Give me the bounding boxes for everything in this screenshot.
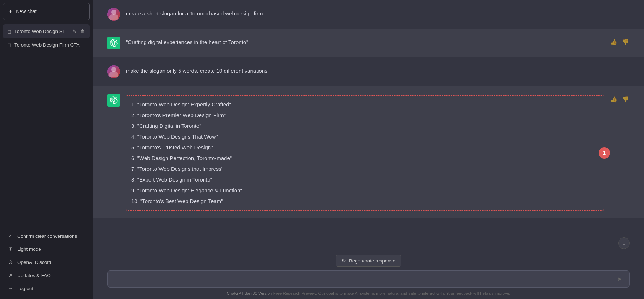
- regenerate-icon: ↻: [342, 258, 346, 264]
- send-icon: ➤: [617, 275, 622, 283]
- message-actions-2: 👍 👎: [610, 94, 630, 103]
- response-box: 1. "Toronto Web Design: Expertly Crafted…: [126, 95, 604, 211]
- slogan-list-item: 5. "Toronto's Trusted Web Design": [131, 142, 599, 153]
- discord-icon: ⊙: [7, 259, 14, 265]
- message-row-assistant-1: "Crafting digital experiences in the hea…: [93, 29, 644, 57]
- chat-bottom: ↻ Regenerate response ➤ ChatGPT Jan 30 V…: [93, 251, 644, 299]
- delete-conversation-button[interactable]: 🗑: [79, 28, 86, 35]
- log-out-label: Log out: [17, 286, 33, 291]
- conversation-item-toronto-web-si[interactable]: ◻ Toronto Web Design SI ✎ 🗑: [3, 24, 90, 38]
- message-actions-1: 👍 👎: [610, 37, 630, 46]
- annotation-badge-1: 1: [599, 147, 610, 159]
- gpt-avatar: [107, 37, 120, 49]
- slogan-list-item: 4. "Toronto Web Designs That Wow": [131, 131, 599, 142]
- slogan-list-item: 1. "Toronto Web Design: Expertly Crafted…: [131, 99, 599, 110]
- chat-icon: ◻: [7, 29, 11, 34]
- thumbs-up-button-2[interactable]: 👍: [610, 95, 618, 103]
- user-avatar-2: [107, 65, 120, 78]
- regenerate-label: Regenerate response: [349, 258, 395, 264]
- scroll-down-button[interactable]: ↓: [618, 237, 630, 249]
- gpt-logo-svg-2: [110, 96, 118, 104]
- input-row: ➤: [107, 270, 630, 288]
- conversation-item-toronto-web-firm-cta[interactable]: ◻ Toronto Web Design Firm CTA: [3, 38, 90, 51]
- slogan-list-item: 6. "Web Design Perfection, Toronto-made": [131, 153, 599, 164]
- footer-text: Free Research Preview. Our goal is to ma…: [273, 291, 511, 295]
- conversation-label: Toronto Web Design Firm CTA: [14, 42, 86, 48]
- slogan-list-item: 9. "Toronto Web Design: Elegance & Funct…: [131, 185, 599, 196]
- external-link-icon: ↗: [7, 273, 14, 278]
- edit-conversation-button[interactable]: ✎: [72, 28, 77, 35]
- gpt-logo-svg: [110, 39, 118, 47]
- gpt-avatar-2: [107, 94, 120, 107]
- conversation-label: Toronto Web Design SI: [14, 29, 69, 34]
- message-row-user-2: make the slogan only 5 words. create 10 …: [93, 57, 644, 86]
- message-text-3: make the slogan only 5 words. create 10 …: [126, 65, 630, 75]
- send-button[interactable]: ➤: [615, 274, 624, 284]
- openai-discord-item[interactable]: ⊙ OpenAI Discord: [3, 255, 90, 269]
- updates-faq-label: Updates & FAQ: [17, 273, 51, 278]
- sidebar-divider: [3, 226, 90, 226]
- conversation-list: ◻ Toronto Web Design SI ✎ 🗑 ◻ Toronto We…: [0, 23, 93, 223]
- plus-icon: +: [9, 8, 12, 15]
- sun-icon: ☀: [7, 246, 14, 252]
- slogan-list: 1. "Toronto Web Design: Expertly Crafted…: [131, 99, 599, 207]
- message-row-assistant-2: 1. "Toronto Web Design: Expertly Crafted…: [93, 86, 644, 218]
- new-chat-button[interactable]: + New chat: [3, 3, 90, 20]
- regenerate-row: ↻ Regenerate response: [107, 255, 630, 267]
- checkmark-icon: ✓: [7, 233, 14, 239]
- sidebar: + New chat ◻ Toronto Web Design SI ✎ 🗑 ◻…: [0, 0, 93, 299]
- chat-input[interactable]: [113, 276, 615, 282]
- slogan-list-item: 3. "Crafting Digital in Toronto": [131, 121, 599, 131]
- thumbs-down-button[interactable]: 👎: [621, 38, 630, 46]
- thumbs-up-button[interactable]: 👍: [610, 38, 618, 46]
- user-photo-2: [107, 65, 120, 78]
- slogan-list-item: 8. "Expert Web Design in Toronto": [131, 174, 599, 185]
- message-text-2: "Crafting digital experiences in the hea…: [126, 37, 604, 47]
- confirm-clear-conversations-item[interactable]: ✓ Confirm clear conversations: [3, 230, 90, 242]
- logout-icon: →: [7, 285, 14, 291]
- chevron-down-icon: ↓: [623, 240, 625, 246]
- updates-faq-item[interactable]: ↗ Updates & FAQ: [3, 269, 90, 282]
- openai-discord-label: OpenAI Discord: [17, 260, 51, 265]
- slogan-list-item: 7. "Toronto Web Designs that Impress": [131, 164, 599, 174]
- chat-icon: ◻: [7, 42, 11, 48]
- sidebar-footer: ✓ Confirm clear conversations ☀ Light mo…: [0, 228, 93, 299]
- chatgpt-version-link[interactable]: ChatGPT Jan 30 Version: [226, 291, 272, 295]
- main-content: create a short slogan for a Toronto base…: [93, 0, 644, 299]
- log-out-item[interactable]: → Log out: [3, 282, 90, 295]
- chat-messages: create a short slogan for a Toronto base…: [93, 0, 644, 251]
- message-row-user-1: create a short slogan for a Toronto base…: [93, 0, 644, 29]
- thumbs-down-button-2[interactable]: 👎: [621, 95, 630, 103]
- confirm-clear-label: Confirm clear conversations: [17, 233, 77, 239]
- message-content-4: 1. "Toronto Web Design: Expertly Crafted…: [126, 94, 604, 211]
- user-avatar: [107, 8, 120, 21]
- conversation-actions: ✎ 🗑: [72, 28, 86, 35]
- light-mode-item[interactable]: ☀ Light mode: [3, 242, 90, 255]
- new-chat-label: New chat: [16, 9, 36, 14]
- user-photo: [107, 8, 120, 21]
- slogan-list-item: 10. "Toronto's Best Web Design Team": [131, 196, 599, 207]
- message-text-1: create a short slogan for a Toronto base…: [126, 8, 630, 18]
- regenerate-button[interactable]: ↻ Regenerate response: [336, 255, 401, 267]
- footer-note: ChatGPT Jan 30 Version Free Research Pre…: [107, 291, 630, 299]
- slogan-list-item: 2. "Toronto's Premier Web Design Firm": [131, 110, 599, 121]
- light-mode-label: Light mode: [17, 246, 41, 252]
